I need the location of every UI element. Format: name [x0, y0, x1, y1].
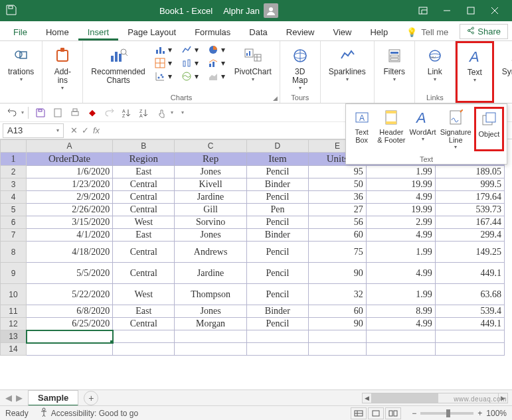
cell[interactable]: Andrews — [175, 242, 246, 263]
row-header[interactable]: 12 — [1, 318, 27, 330]
cell[interactable] — [175, 343, 246, 356]
zoom-control[interactable]: − + 100% — [412, 409, 507, 418]
cell[interactable]: Central — [113, 242, 175, 263]
cell[interactable]: Central — [113, 263, 175, 284]
cell[interactable] — [27, 343, 113, 356]
cell[interactable]: 999.5 — [435, 178, 504, 191]
cell[interactable]: 63.68 — [435, 284, 504, 305]
row-header[interactable]: 10 — [1, 284, 27, 305]
cell[interactable]: 90 — [309, 318, 367, 330]
accessibility-status[interactable]: Accessibility: Good to go — [39, 407, 138, 419]
column-header-c[interactable]: C — [175, 140, 246, 153]
row-header[interactable]: 5 — [1, 204, 27, 216]
tab-formulas[interactable]: Formulas — [185, 23, 240, 40]
row-header[interactable]: 7 — [1, 229, 27, 242]
cell[interactable]: 90 — [309, 263, 367, 284]
cell[interactable] — [113, 330, 175, 343]
symbols-button[interactable]: Ω Symbols ▾ — [499, 44, 512, 84]
cell[interactable]: 167.44 — [435, 216, 504, 229]
cell[interactable]: Binder — [246, 178, 308, 191]
cell[interactable] — [309, 330, 367, 343]
cell[interactable]: Pencil — [246, 191, 308, 204]
cell[interactable]: Item — [246, 153, 308, 166]
share-button[interactable]: Share — [460, 24, 508, 39]
cell[interactable] — [435, 343, 504, 356]
chart-map-button[interactable]: ▾ — [179, 70, 201, 82]
cell[interactable]: 36 — [309, 191, 367, 204]
cell[interactable]: 449.1 — [435, 318, 504, 330]
cell[interactable] — [246, 330, 308, 343]
cell[interactable]: 60 — [309, 229, 367, 242]
cell[interactable]: 5/5/2020 — [27, 263, 113, 284]
cell[interactable]: 4.99 — [366, 191, 435, 204]
row-header[interactable]: 3 — [1, 178, 27, 191]
name-box[interactable]: A13 ▾ — [3, 123, 64, 138]
cell[interactable]: Pencil — [246, 318, 308, 330]
cancel-formula-button[interactable]: ✕ — [70, 125, 78, 135]
cell[interactable]: Central — [113, 318, 175, 330]
row-header[interactable]: 14 — [1, 343, 27, 356]
cell[interactable]: 4.99 — [366, 263, 435, 284]
page-break-view-button[interactable] — [385, 407, 401, 419]
new-sheet-button[interactable]: + — [84, 391, 98, 405]
spelling-button[interactable]: ◆ — [84, 105, 100, 120]
cell[interactable]: Rep — [175, 153, 246, 166]
pivotchart-button[interactable]: PivotChart ▾ — [232, 44, 274, 84]
tab-page-layout[interactable]: Page Layout — [118, 23, 185, 40]
cell[interactable]: 1/6/2020 — [27, 166, 113, 178]
cell[interactable]: 95 — [309, 166, 367, 178]
cell[interactable]: 2.99 — [366, 216, 435, 229]
cell[interactable]: 6/25/2020 — [27, 318, 113, 330]
object-button[interactable]: Object — [474, 107, 504, 151]
chart-line-button[interactable]: ▾ — [179, 44, 201, 56]
row-header[interactable]: 13 — [1, 330, 27, 343]
header-footer-button[interactable]: Header & Footer — [376, 107, 406, 151]
chart-pie-button[interactable]: ▾ — [205, 44, 228, 56]
cell[interactable]: Pencil — [246, 242, 308, 263]
cell[interactable]: 3/15/2020 — [27, 216, 113, 229]
close-button[interactable] — [483, 0, 507, 21]
cell[interactable]: Pencil — [246, 263, 308, 284]
cell[interactable]: Binder — [246, 305, 308, 318]
chart-hierarchy-button[interactable]: ▾ — [152, 57, 175, 69]
cell[interactable]: 56 — [309, 216, 367, 229]
cell[interactable]: 75 — [309, 242, 367, 263]
normal-view-button[interactable] — [351, 407, 367, 419]
row-header[interactable]: 11 — [1, 305, 27, 318]
row-header[interactable]: 9 — [1, 263, 27, 284]
tell-me-search[interactable]: 💡 Tell me — [397, 23, 458, 40]
maximize-button[interactable] — [459, 0, 483, 21]
chart-scatter-button[interactable]: ▾ — [152, 70, 175, 82]
text-box-button[interactable]: A Text Box — [349, 107, 375, 151]
save-button[interactable] — [33, 105, 48, 120]
cell[interactable]: Central — [113, 191, 175, 204]
scroll-left-button[interactable]: ◀ — [363, 393, 372, 403]
cell[interactable]: 4.99 — [366, 318, 435, 330]
cell[interactable]: Pencil — [246, 216, 308, 229]
customize-qat-button[interactable]: ▾ — [175, 105, 191, 120]
cell[interactable]: East — [113, 166, 175, 178]
cell[interactable]: Region — [113, 153, 175, 166]
cell[interactable]: Binder — [246, 229, 308, 242]
column-header-b[interactable]: B — [113, 140, 175, 153]
sheet-nav-prev[interactable]: ◀ — [5, 393, 12, 403]
sparklines-button[interactable]: Sparklines ▾ — [326, 44, 369, 84]
row-header[interactable]: 1 — [1, 153, 27, 166]
cell[interactable]: 1.99 — [366, 166, 435, 178]
cell[interactable]: 179.64 — [435, 191, 504, 204]
3d-map-button[interactable]: 3D Map ▾ — [286, 44, 315, 92]
cell[interactable]: 299.4 — [435, 229, 504, 242]
cell[interactable]: 19.99 — [366, 178, 435, 191]
sort-asc-button[interactable]: AZ — [119, 105, 135, 120]
cell[interactable] — [246, 343, 308, 356]
cell[interactable]: 19.99 — [366, 204, 435, 216]
tab-view[interactable]: View — [323, 23, 361, 40]
tab-help[interactable]: Help — [361, 23, 397, 40]
tab-review[interactable]: Review — [277, 23, 324, 40]
chart-column-button[interactable]: ▾ — [152, 44, 175, 56]
new-button[interactable] — [50, 105, 66, 120]
cell[interactable]: 2/9/2020 — [27, 191, 113, 204]
cell[interactable]: Central — [113, 204, 175, 216]
cell[interactable] — [309, 343, 367, 356]
enter-formula-button[interactable]: ✓ — [82, 125, 89, 135]
